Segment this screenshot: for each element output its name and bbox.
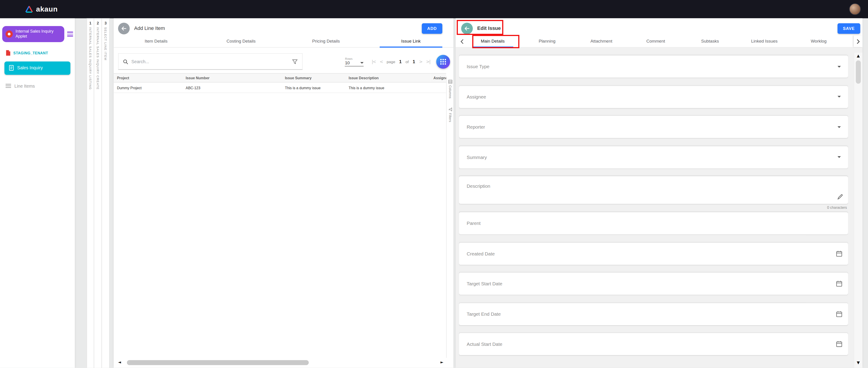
scroll-right-icon[interactable]: ► xyxy=(440,361,443,364)
calendar-icon[interactable] xyxy=(836,310,842,317)
column-header-project[interactable]: Project xyxy=(114,73,182,82)
cell-issue-number: ABC-123 xyxy=(182,82,282,93)
search-input[interactable] xyxy=(131,59,289,64)
field-assignee[interactable]: Assignee xyxy=(459,86,848,108)
tab-label: Issue Link xyxy=(401,39,421,44)
tab-main-details[interactable]: Main Details xyxy=(466,36,520,47)
applet-name: Internal Sales Inquiry Applet xyxy=(16,29,61,39)
filter-icon[interactable] xyxy=(292,59,298,64)
cell-project: Dummy Project xyxy=(114,82,182,93)
total-pages: 1 xyxy=(412,59,415,64)
field-description[interactable]: Description xyxy=(459,176,848,204)
vertical-scrollbar: ▲ ▼ xyxy=(854,53,862,368)
tab-subtasks[interactable]: Subtasks xyxy=(683,36,737,47)
strip-internal-sales-inquiry-listing[interactable]: 1 INTERNAL SALES INQUIRY LISTING xyxy=(87,18,94,368)
tab-attachment[interactable]: Attachment xyxy=(574,36,628,47)
field-target-end-date[interactable]: Target End Date xyxy=(459,303,848,325)
add-button[interactable]: ADD xyxy=(422,23,442,34)
prev-page-icon[interactable]: < xyxy=(379,59,383,64)
strip-select-line-item[interactable]: 3 SELECT LINE ITEM xyxy=(102,18,110,368)
hscroll-thumb[interactable] xyxy=(127,360,309,365)
field-issue-type[interactable]: Issue Type xyxy=(459,56,848,78)
issue-link-table: Project Issue Number Issue Summary Issue… xyxy=(114,73,446,93)
edit-issue-panel: Edit Issue SAVE Main Details Planning At… xyxy=(456,18,863,368)
calendar-icon[interactable] xyxy=(836,250,842,257)
caret-down-icon xyxy=(361,62,364,63)
columns-icon xyxy=(448,80,452,83)
tab-costing-details[interactable]: Costing Details xyxy=(198,36,283,47)
tab-label: Planning xyxy=(538,39,555,44)
applet-row: Internal Sales Inquiry Applet xyxy=(0,26,75,42)
tab-worklog[interactable]: Worklog xyxy=(792,36,846,47)
search-box[interactable] xyxy=(118,53,303,70)
tab-issue-link[interactable]: Issue Link xyxy=(368,36,453,47)
tab-linked-issues[interactable]: Linked Issues xyxy=(737,36,792,47)
rows-value: 10 xyxy=(345,60,350,65)
scroll-up-icon[interactable]: ▲ xyxy=(857,54,860,58)
back-button[interactable] xyxy=(118,23,130,34)
scroll-left-icon[interactable]: ◄ xyxy=(118,361,121,364)
logo-triangle-icon xyxy=(25,5,33,13)
column-header-issue-description[interactable]: Issue Description xyxy=(345,73,430,82)
tab-label: Item Details xyxy=(145,39,168,44)
tab-comment[interactable]: Comment xyxy=(628,36,683,47)
document-icon xyxy=(9,65,14,71)
strip-number: 3 xyxy=(104,21,107,25)
last-page-icon[interactable]: >| xyxy=(426,59,430,64)
tenant-selector[interactable]: STAGING_TENANT xyxy=(5,50,71,56)
filters-tool[interactable]: Filters xyxy=(448,107,452,122)
save-button[interactable]: SAVE xyxy=(837,23,860,34)
tabs-scroll-right[interactable] xyxy=(854,36,862,47)
sidebar-item-sales-inquiry[interactable]: Sales Inquiry xyxy=(4,61,70,75)
field-label: Target Start Date xyxy=(467,281,502,286)
page-word: page xyxy=(386,60,395,63)
column-header-issue-summary[interactable]: Issue Summary xyxy=(282,73,345,82)
table-row[interactable]: Dummy Project ABC-123 This is a dummy is… xyxy=(114,82,446,93)
strip-label: INTERNAL SALES INQUIRY CREATE xyxy=(96,27,99,90)
menu-icon[interactable] xyxy=(67,32,73,36)
panel-header: Edit Issue SAVE xyxy=(456,21,863,36)
filters-label: Filters xyxy=(448,113,452,122)
avatar[interactable] xyxy=(849,3,861,15)
column-header-issue-number[interactable]: Issue Number xyxy=(182,73,282,82)
cell-issue-summary: This is a dummy issue xyxy=(282,82,345,93)
field-created-date[interactable]: Created Date xyxy=(459,242,848,265)
of-word: of xyxy=(406,60,409,63)
field-parent[interactable]: Parent xyxy=(459,212,848,234)
applet-button[interactable]: Internal Sales Inquiry Applet xyxy=(2,26,64,42)
tab-pricing-details[interactable]: Pricing Details xyxy=(283,36,368,47)
field-target-start-date[interactable]: Target Start Date xyxy=(459,273,848,295)
tab-label: Comment xyxy=(646,39,665,44)
calendar-icon[interactable] xyxy=(836,341,842,347)
tabs-scroll-left[interactable] xyxy=(458,36,466,47)
arrow-left-icon xyxy=(464,25,470,31)
tab-item-details[interactable]: Item Details xyxy=(114,36,199,47)
column-header-assignee[interactable]: Assignee xyxy=(430,73,446,82)
rows-per-page-select[interactable]: Rows 10 xyxy=(345,57,364,66)
columns-tool[interactable]: Columns xyxy=(448,80,452,98)
field-summary[interactable]: Summary xyxy=(459,146,848,168)
calendar-icon[interactable] xyxy=(836,280,842,287)
table-side-tools: Columns Filters xyxy=(446,76,453,358)
tab-label: Subtasks xyxy=(701,39,719,44)
grid-view-button[interactable] xyxy=(436,55,450,68)
sidebar-item-line-items[interactable]: Line Items xyxy=(5,83,70,89)
panel-title: Edit Issue xyxy=(477,26,501,31)
caret-down-icon xyxy=(837,66,841,67)
field-actual-start-date[interactable]: Actual Start Date xyxy=(459,333,848,355)
back-button[interactable] xyxy=(461,23,473,34)
logo[interactable]: akaun xyxy=(25,5,58,13)
caret-down-icon xyxy=(837,96,841,97)
strip-internal-sales-inquiry-create[interactable]: 2 INTERNAL SALES INQUIRY CREATE xyxy=(94,18,102,368)
tab-planning[interactable]: Planning xyxy=(520,36,575,47)
hscroll-track xyxy=(124,360,437,365)
field-label: Summary xyxy=(467,154,487,160)
next-page-icon[interactable]: > xyxy=(419,59,422,64)
tab-label: Worklog xyxy=(811,39,827,44)
first-page-icon[interactable]: |< xyxy=(372,59,376,64)
vscroll-thumb[interactable] xyxy=(856,61,861,84)
scroll-down-icon[interactable]: ▼ xyxy=(857,361,860,365)
logo-text: akaun xyxy=(36,5,58,13)
field-reporter[interactable]: Reporter xyxy=(459,116,848,138)
edit-issue-form: Issue Type Assignee Reporter Summary Des… xyxy=(459,49,848,368)
